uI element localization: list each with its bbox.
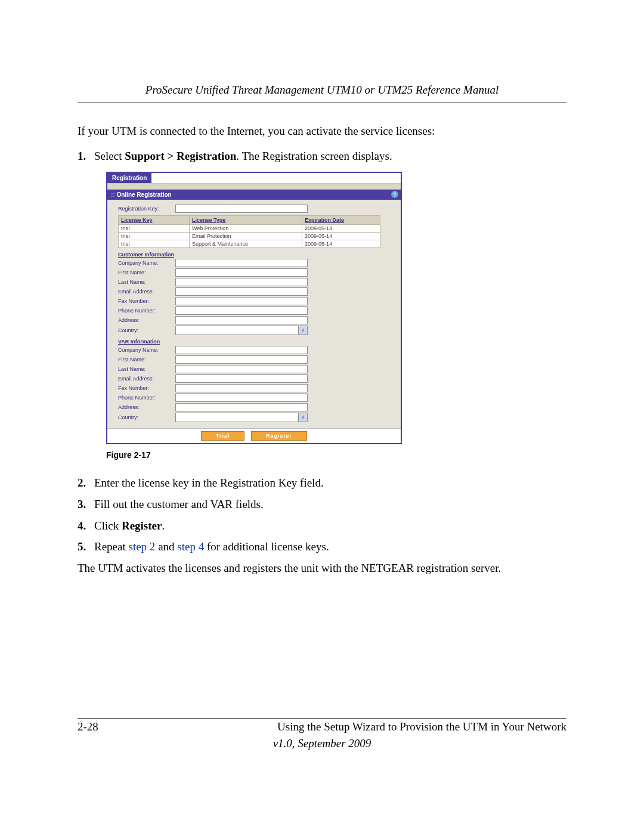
var-info-heading: VAR Information (118, 339, 390, 345)
step-1-number: 1. (78, 148, 86, 164)
var-first-label: First Name: (118, 357, 175, 363)
th-license-key: License Key (119, 216, 190, 225)
var-last-input[interactable] (175, 365, 308, 373)
step-1-text-a: Select (94, 150, 125, 162)
step-4-number: 4. (78, 518, 86, 534)
var-fax-input[interactable] (175, 384, 308, 392)
cust-email-input[interactable] (175, 287, 308, 296)
cust-addr-label: Address: (118, 317, 175, 323)
section-bar-title: Online Registration (116, 191, 171, 198)
cust-company-input[interactable] (175, 259, 308, 267)
step-5: 5. Repeat step 2 and step 4 for addition… (78, 539, 566, 555)
table-row: trialWeb Protection2009-05-14 (119, 225, 380, 233)
step-4-link[interactable]: step 4 (177, 540, 204, 553)
var-addr-label: Address: (118, 404, 175, 410)
step-3: 3. Fill out the customer and VAR fields. (78, 497, 566, 512)
cust-email-label: Email Address: (118, 289, 175, 295)
th-expiration-date: Expiration Date (302, 216, 380, 225)
var-company-label: Company Name: (118, 347, 175, 353)
registration-key-input[interactable] (175, 205, 308, 213)
var-last-label: Last Name: (118, 366, 175, 372)
step-1-bold: Support > Registration (125, 150, 236, 162)
section-bar-online-registration: :: Online Registration ? (107, 190, 401, 200)
table-row: trialSupport & Maintenance2009-05-14 (119, 240, 380, 248)
th-license-type: License Type (190, 216, 302, 225)
var-fax-label: Fax Number: (118, 385, 175, 391)
closing-paragraph: The UTM activates the licenses and regis… (78, 561, 566, 576)
table-row: trialEmail Protection2009-05-14 (119, 233, 380, 240)
cust-first-input[interactable] (175, 268, 308, 277)
var-company-input[interactable] (175, 346, 308, 354)
var-email-input[interactable] (175, 374, 308, 383)
registration-panel: Registration Key: License Key License Ty… (107, 200, 401, 428)
step-2-text: Enter the license key in the Registratio… (94, 476, 324, 489)
step-5-text-b: and (155, 540, 177, 553)
var-phone-input[interactable] (175, 394, 308, 402)
tab-strip: Registration (107, 173, 401, 184)
step-3-text: Fill out the customer and VAR fields. (94, 498, 264, 510)
chevron-down-icon: v (298, 413, 307, 422)
cust-fax-input[interactable] (175, 297, 308, 305)
step-3-number: 3. (78, 497, 86, 512)
chevron-down-icon: v (298, 326, 307, 335)
header-rule (78, 103, 566, 103)
step-4: 4. Click Register. (78, 518, 566, 534)
footer-version: v1.0, September 2009 (78, 737, 566, 750)
var-email-label: Email Address: (118, 376, 175, 382)
cust-country-label: Country: (118, 327, 175, 333)
footer-rule (78, 718, 566, 719)
step-5-text-a: Repeat (94, 540, 129, 553)
step-2-link[interactable]: step 2 (129, 540, 156, 553)
cust-phone-input[interactable] (175, 306, 308, 315)
step-1: 1. Select Support > Registration. The Re… (78, 148, 566, 164)
running-header: ProSecure Unified Threat Management UTM1… (78, 83, 566, 97)
var-phone-label: Phone Number: (118, 395, 175, 401)
footer-chapter: Using the Setup Wizard to Provision the … (277, 720, 566, 733)
cust-last-input[interactable] (175, 278, 308, 286)
intro-paragraph: If your UTM is connected to the Internet… (78, 123, 566, 139)
var-addr-input[interactable] (175, 403, 308, 411)
button-bar: Trial Register (107, 428, 401, 443)
subtab-bar (107, 184, 401, 190)
cust-fax-label: Fax Number: (118, 298, 175, 304)
cust-last-label: Last Name: (118, 279, 175, 285)
step-2: 2. Enter the license key in the Registra… (78, 475, 566, 491)
step-1-text-b: . The Registration screen displays. (236, 150, 392, 162)
step-4-text-b: . (162, 519, 165, 532)
var-country-label: Country: (118, 414, 175, 420)
figure-caption: Figure 2-17 (106, 450, 566, 460)
trial-button[interactable]: Trial (201, 431, 245, 441)
step-4-text-a: Click (94, 519, 122, 532)
step-4-bold: Register (122, 519, 162, 532)
cust-addr-input[interactable] (175, 316, 308, 324)
cust-first-label: First Name: (118, 270, 175, 275)
register-button[interactable]: Register (251, 431, 307, 441)
registration-screenshot: Registration :: Online Registration ? Re… (106, 172, 402, 444)
var-country-select[interactable]: v (175, 413, 308, 422)
step-5-number: 5. (78, 539, 86, 555)
cust-phone-label: Phone Number: (118, 308, 175, 314)
registration-key-label: Registration Key: (118, 206, 175, 212)
customer-info-heading: Customer Information (118, 252, 390, 258)
step-2-number: 2. (78, 475, 86, 491)
registration-tab[interactable]: Registration (107, 173, 151, 183)
cust-company-label: Company Name: (118, 260, 175, 266)
cust-country-select[interactable]: v (175, 326, 308, 335)
license-table: License Key License Type Expiration Date… (118, 215, 380, 248)
page-number: 2-28 (78, 720, 98, 733)
step-5-text-c: for additional license keys. (204, 540, 329, 553)
var-first-input[interactable] (175, 355, 308, 364)
help-icon[interactable]: ? (391, 191, 398, 198)
